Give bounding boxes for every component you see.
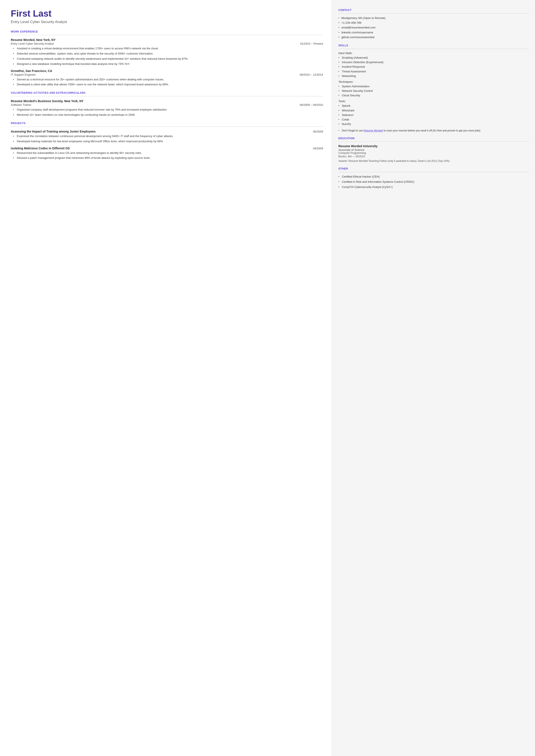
right-column: CONTACT Montgomery, MA (Open to Remote) … — [332, 0, 535, 756]
project-1-date: 05/2009 — [313, 130, 323, 133]
hard-skill-2: Incident Response — [338, 65, 528, 69]
other-heading: OTHER — [338, 167, 528, 170]
tools-label: Tools: — [338, 99, 528, 103]
project-2-title: Isolating Malicious Codes in Different O… — [11, 147, 70, 150]
edu-degree: Associate of Science — [338, 148, 528, 152]
rw-note-link[interactable]: Resume Worded — [363, 129, 383, 132]
other-section: OTHER Certified Ethical Hacker (CEH) Cer… — [338, 167, 528, 189]
project-1-bullets: Examined the correlation between continu… — [11, 134, 323, 144]
other-list: Certified Ethical Hacker (CEH) Certified… — [338, 175, 528, 189]
volunteering-section: VOLUNTEERING ACTIVITIES AND EXTRACURRICU… — [11, 91, 323, 117]
project-1: Assessing the Impact of Training among J… — [11, 130, 323, 144]
job-2-title: IT Support Engineer — [11, 73, 36, 76]
job-1-bullet-1: Assisted in creating a virtual desktop e… — [13, 46, 323, 51]
job-1-header: Resume Worded, New York, NY — [11, 38, 323, 42]
volunteer-bullet-2: Mentored 10+ team members on new technol… — [13, 113, 323, 117]
hard-skills-label: Hard Skills: — [338, 51, 528, 55]
edu-field: Computer Programming — [338, 152, 528, 154]
work-divider — [11, 35, 323, 35]
job-2-header: Growthsi, San Francisco, CA — [11, 69, 323, 72]
job-2-bullets: Served as a technical resource for 20+ s… — [11, 78, 323, 87]
volunteering-heading: VOLUNTEERING ACTIVITIES AND EXTRACURRICU… — [11, 91, 323, 95]
tool-1: Wireshark — [338, 109, 528, 113]
edu-location-date: Boston, MA — 05/2010 — [338, 155, 528, 158]
volunteer-job-1-title-row: Software Trainer 06/2009 – 04/2010 — [11, 103, 323, 106]
job-1-dates: 01/2015 – Present — [300, 42, 323, 45]
job-1-company: Resume Worded, New York, NY — [11, 38, 56, 42]
job-2-dates: 06/2010 – 12/2014 — [300, 73, 323, 76]
project-2-bullet-1: Researched the vulnerabilities in Linux … — [13, 151, 323, 155]
contact-item-2: email@resumeworded.com — [338, 26, 528, 30]
tool-2: Selenium — [338, 113, 528, 117]
tool-4: NumPy — [338, 122, 528, 126]
contact-item-3: linkedin.com/in/username — [338, 31, 528, 35]
other-item-2: CompTIA Cybersecurity Analyst (CySA+) — [338, 185, 528, 189]
job-2: Growthsi, San Francisco, CA IT Support E… — [11, 69, 323, 87]
job-2-bullet-2: Developed a client-side utility that all… — [13, 83, 323, 87]
techniques-label: Techniques: — [338, 80, 528, 83]
volunteer-bullet-1: Organized company staff development prog… — [13, 108, 323, 112]
volunteer-job-1-dates: 06/2009 – 04/2010 — [300, 103, 323, 106]
volunteer-job-1-company: Resume Worded's Business Society, New Yo… — [11, 99, 84, 103]
job-1: Resume Worded, New York, NY Entry Level … — [11, 38, 323, 66]
contact-list: Montgomery, MA (Open to Remote) +1-234-4… — [338, 16, 528, 39]
hard-skills-list: Scripting (Advanced) Intrusion Detection… — [338, 56, 528, 78]
other-item-1: Certified in Risk and Information System… — [338, 180, 528, 184]
skills-section: SKILLS Hard Skills: Scripting (Advanced)… — [338, 44, 528, 132]
rw-note: Don't forget to use Resume Worded to sca… — [338, 129, 528, 132]
project-2-bullet-2: Devised a patch management program that … — [13, 156, 323, 160]
education-heading: EDUCATION — [338, 137, 528, 140]
project-1-header: Assessing the Impact of Training among J… — [11, 130, 323, 133]
techniques-list: System Administration Network Security C… — [338, 84, 528, 98]
technique-0: System Administration — [338, 84, 528, 88]
candidate-title: Entry Level Cyber Security Analyst — [11, 20, 323, 24]
job-2-company: Growthsi, San Francisco, CA — [11, 69, 52, 72]
hard-skill-0: Scripting (Advanced) — [338, 56, 528, 60]
project-2-date: 04/2009 — [313, 147, 323, 150]
contact-heading: CONTACT — [338, 9, 528, 12]
project-1-title: Assessing the Impact of Training among J… — [11, 130, 96, 133]
volunteer-job-1-header: Resume Worded's Business Society, New Yo… — [11, 99, 323, 103]
rw-note-prefix: Don't forget to use — [342, 129, 363, 132]
work-experience-section: WORK EXPERIENCE Resume Worded, New York,… — [11, 30, 323, 87]
work-experience-heading: WORK EXPERIENCE — [11, 30, 323, 33]
project-2: Isolating Malicious Codes in Different O… — [11, 147, 323, 160]
projects-divider — [11, 126, 323, 127]
hard-skill-4: Networking — [338, 74, 528, 78]
job-1-bullet-3: Conducted sweeping network audits to ide… — [13, 57, 323, 61]
other-item-0: Certified Ethical Hacker (CEH) — [338, 175, 528, 179]
contact-item-1: +1-234-456-789 — [338, 21, 528, 25]
job-1-title-row: Entry Level Cyber Security Analyst 01/20… — [11, 42, 323, 45]
project-1-bullet-2: Developed training materials for low-lev… — [13, 139, 323, 144]
job-1-bullet-4: Designed a new database modeling techniq… — [13, 62, 323, 66]
edu-school-name: Resume Worded University — [338, 144, 528, 148]
job-2-title-row: IT Support Engineer 06/2010 – 12/2014 — [11, 73, 323, 76]
technique-2: Cloud Security — [338, 94, 528, 98]
job-1-bullets: Assisted in creating a virtual desktop e… — [11, 46, 323, 66]
education-section: EDUCATION Resume Worded University Assoc… — [338, 137, 528, 163]
contact-section: CONTACT Montgomery, MA (Open to Remote) … — [338, 9, 528, 39]
project-2-bullets: Researched the vulnerabilities in Linux … — [11, 151, 323, 160]
other-divider — [338, 172, 528, 172]
contact-item-4: github.com/resumeworded — [338, 35, 528, 39]
skills-divider — [338, 49, 528, 49]
tools-list: Splunk Wireshark Selenium Colab NumPy — [338, 104, 528, 126]
project-2-header: Isolating Malicious Codes in Different O… — [11, 147, 323, 150]
project-1-bullet-1: Examined the correlation between continu… — [13, 134, 323, 138]
volunteer-job-1-bullets: Organized company staff development prog… — [11, 108, 323, 117]
contact-item-0: Montgomery, MA (Open to Remote) — [338, 16, 528, 20]
tool-0: Splunk — [338, 104, 528, 108]
projects-section: PROJECTS Assessing the Impact of Trainin… — [11, 122, 323, 160]
skills-heading: SKILLS — [338, 44, 528, 47]
projects-heading: PROJECTS — [11, 122, 323, 125]
rw-note-suffix: to scan your resume before you send it o… — [383, 129, 480, 132]
left-column: First Last Entry Level Cyber Security An… — [0, 0, 332, 756]
job-1-title: Entry Level Cyber Security Analyst — [11, 42, 54, 45]
candidate-name: First Last — [11, 9, 323, 18]
volunteer-job-1-title: Software Trainer — [11, 103, 31, 106]
hard-skill-3: Threat Assessment — [338, 70, 528, 73]
tool-3: Colab — [338, 118, 528, 122]
job-2-bullet-1: Served as a technical resource for 20+ s… — [13, 78, 323, 82]
hard-skill-1: Intrusion Detection (Experienced) — [338, 60, 528, 64]
job-1-bullet-2: Detected several vulnerabilities, system… — [13, 52, 323, 56]
